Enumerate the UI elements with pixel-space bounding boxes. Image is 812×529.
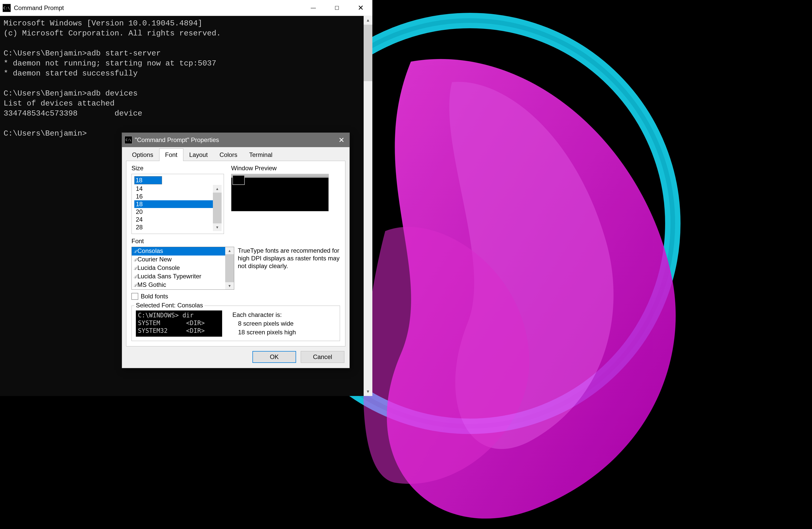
tab-options[interactable]: Options — [126, 148, 159, 161]
scrollbar-thumb[interactable] — [225, 254, 234, 282]
tab-colors[interactable]: Colors — [214, 148, 243, 161]
font-list[interactable]: ConsolasCourier NewLucida ConsoleLucida … — [132, 247, 225, 290]
font-option[interactable]: Courier New — [132, 255, 225, 264]
size-option[interactable]: 24 — [134, 216, 213, 223]
bold-fonts-checkbox[interactable] — [131, 293, 138, 300]
scroll-down-icon[interactable]: ▼ — [225, 282, 234, 290]
font-label: Font — [131, 237, 340, 245]
scroll-down-icon[interactable]: ▼ — [364, 387, 372, 396]
minimize-button[interactable]: — — [302, 0, 325, 16]
close-button[interactable]: ✕ — [336, 136, 346, 144]
size-group: 1416182024283672 ▲ ▼ — [131, 174, 224, 234]
selected-font-legend: Selected Font: Consolas — [134, 302, 204, 309]
preview-titlebar — [231, 174, 329, 178]
cmd-title: Command Prompt — [14, 4, 302, 12]
font-sample: C:\WINDOWS> dir SYSTEM <DIR> SYSTEM32 <D… — [136, 310, 222, 337]
font-option[interactable]: MS Gothic — [132, 281, 225, 290]
tab-font-panel: Size 1416182024283672 ▲ ▼ Window Preview — [126, 161, 345, 347]
cmd-scrollbar[interactable]: ▲ ▼ — [364, 16, 372, 396]
font-option[interactable]: Lucida Console — [132, 264, 225, 273]
tab-layout[interactable]: Layout — [183, 148, 214, 161]
size-option[interactable]: 16 — [134, 193, 213, 200]
scrollbar-thumb[interactable] — [364, 25, 372, 81]
preview-label: Window Preview — [231, 165, 340, 172]
preview-mini-window — [232, 175, 245, 185]
properties-title: "Command Prompt" Properties — [135, 136, 336, 144]
scroll-up-icon[interactable]: ▲ — [364, 16, 372, 25]
char-height-text: 18 screen pixels high — [232, 328, 296, 337]
tab-terminal[interactable]: Terminal — [243, 148, 278, 161]
scrollbar-thumb[interactable] — [213, 193, 222, 223]
font-option[interactable]: Lucida Sans Typewriter — [132, 273, 225, 281]
size-option[interactable]: 20 — [134, 208, 213, 216]
window-preview — [231, 174, 329, 211]
scrollbar-track[interactable] — [364, 25, 372, 387]
size-option[interactable]: 18 — [134, 200, 213, 208]
bold-fonts-label: Bold fonts — [141, 293, 168, 300]
char-info-heading: Each character is: — [232, 310, 296, 319]
close-button[interactable]: ✕ — [349, 0, 372, 16]
scroll-up-icon[interactable]: ▲ — [213, 185, 222, 193]
ok-button[interactable]: OK — [252, 351, 296, 363]
size-option[interactable]: 14 — [134, 185, 213, 193]
scroll-down-icon[interactable]: ▼ — [213, 223, 222, 231]
size-input[interactable] — [134, 176, 162, 185]
tabs-row: OptionsFontLayoutColorsTerminal — [122, 147, 349, 161]
font-scrollbar[interactable]: ▲ ▼ — [225, 247, 234, 290]
size-scrollbar[interactable]: ▲ ▼ — [213, 185, 222, 231]
char-width-text: 8 screen pixels wide — [232, 319, 296, 328]
maximize-button[interactable]: ☐ — [325, 0, 349, 16]
cmd-icon: C:\ — [3, 4, 11, 12]
scroll-up-icon[interactable]: ▲ — [225, 247, 234, 254]
size-option[interactable]: 28 — [134, 223, 213, 231]
properties-titlebar[interactable]: C:\ "Command Prompt" Properties ✕ — [122, 133, 349, 147]
cmd-titlebar[interactable]: C:\ Command Prompt — ☐ ✕ — [0, 0, 372, 16]
size-list[interactable]: 1416182024283672 — [134, 185, 213, 231]
font-option[interactable]: Consolas — [132, 247, 225, 255]
cancel-button[interactable]: Cancel — [301, 351, 344, 363]
size-label: Size — [131, 165, 224, 172]
properties-dialog: C:\ "Command Prompt" Properties ✕ Option… — [122, 133, 350, 368]
cmd-icon: C:\ — [125, 136, 132, 144]
font-help-text: TrueType fonts are recommended for high … — [238, 247, 340, 270]
char-dimensions-info: Each character is: 8 screen pixels wide … — [232, 310, 296, 337]
tab-font[interactable]: Font — [159, 148, 183, 161]
